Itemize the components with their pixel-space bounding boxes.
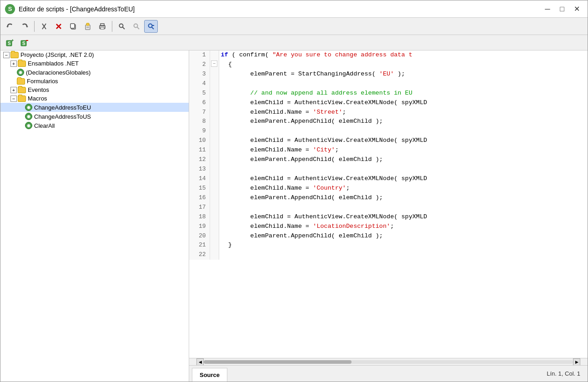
svg-rect-12: [101, 24, 104, 26]
code-line-4: 4: [189, 79, 588, 89]
macro-clearall-icon: ◉: [25, 122, 32, 129]
collapse-btn-2[interactable]: −: [211, 60, 217, 67]
line-num-1: 1: [189, 50, 210, 60]
line-content-20: elemParent.AppendChild( elemChild );: [219, 231, 588, 241]
line-content-8: elemParent.AppendChild( elemChild );: [219, 117, 588, 126]
toolbar-sep-1: [34, 21, 35, 32]
cut-button[interactable]: [37, 20, 51, 33]
horizontal-scrollbar[interactable]: ◀ ▶: [189, 358, 588, 365]
tree-item-changeaddresstous[interactable]: ◉ ChangeAddressToUS: [0, 112, 189, 121]
line-num-6: 6: [189, 98, 210, 108]
line-num-7: 7: [189, 108, 210, 117]
folder-macros-icon: [18, 96, 26, 102]
tree-toggle-project[interactable]: −: [3, 52, 10, 58]
main-area: − Proyecto (JScript, .NET 2.0) + Ensambl…: [0, 50, 588, 382]
scroll-right-arrow[interactable]: ▶: [573, 358, 580, 366]
status-bar: Lín. 1, Col. 1: [539, 366, 588, 382]
tree-item-clearall[interactable]: ◉ ClearAll: [0, 121, 189, 130]
scroll-left-arrow[interactable]: ◀: [196, 358, 204, 366]
line-content-13: [219, 165, 588, 174]
folder-project-icon: [10, 52, 19, 58]
folder-formularios-icon: [17, 78, 25, 85]
redo-button[interactable]: [18, 20, 31, 33]
find-next-button[interactable]: [144, 20, 158, 33]
tree-label-changeaddresstoeu: ChangeAddressToEU: [34, 104, 91, 111]
tree-toggle-macros[interactable]: −: [10, 96, 17, 102]
scrollbar-track[interactable]: [204, 360, 573, 364]
gutter-13: [210, 165, 219, 174]
code-table: 1 if ( confirm( "Are you sure to change …: [189, 50, 588, 260]
undo-button[interactable]: [3, 20, 17, 33]
line-content-5: // and now append all address elements i…: [219, 89, 588, 98]
line-num-9: 9: [189, 126, 210, 136]
svg-rect-5: [70, 24, 75, 28]
code-line-8: 8 elemParent.AppendChild( elemChild );: [189, 117, 588, 126]
line-content-2: {: [219, 60, 588, 70]
code-line-1: 1 if ( confirm( "Are you sure to change …: [189, 50, 588, 60]
gutter-3: [210, 70, 219, 79]
copy-button[interactable]: [66, 20, 80, 33]
line-content-10: elemChild = AuthenticView.CreateXMLNode(…: [219, 136, 588, 146]
line-content-11: elemChild.Name = 'City';: [219, 146, 588, 155]
code-line-19: 19 elemChild.Name = 'LocationDescription…: [189, 222, 588, 231]
svg-line-16: [137, 27, 140, 29]
tree-item-formularios[interactable]: Formularios: [0, 77, 189, 85]
minimize-button[interactable]: ─: [541, 3, 554, 15]
maximize-button[interactable]: □: [556, 3, 568, 15]
tree-item-declaraciones[interactable]: ◉ (DeclaracionesGlobales): [0, 68, 189, 77]
line-num-18: 18: [189, 212, 210, 222]
gutter-10: [210, 136, 219, 146]
code-line-17: 17: [189, 203, 588, 212]
gutter-5: [210, 89, 219, 98]
gutter-16: [210, 193, 219, 203]
add-script-button[interactable]: S +: [3, 36, 17, 49]
find-prev-button[interactable]: [130, 20, 143, 33]
gutter-19: [210, 222, 219, 231]
find-button[interactable]: [115, 20, 129, 33]
scrollbar-thumb[interactable]: [204, 360, 352, 364]
toolbar-secondary: S + S: [0, 35, 588, 50]
macro-changeus-icon: ◉: [25, 113, 32, 120]
tree-item-changeaddresstoeu[interactable]: ◉ ChangeAddressToEU: [0, 103, 189, 112]
print-button[interactable]: [95, 20, 109, 33]
code-line-5: 5 // and now append all address elements…: [189, 89, 588, 98]
svg-point-15: [134, 24, 138, 27]
line-content-7: elemChild.Name = 'Street';: [219, 108, 588, 117]
gutter-6: [210, 98, 219, 108]
tree-toggle-eventos[interactable]: +: [10, 87, 17, 93]
svg-rect-11: [101, 27, 104, 29]
code-panel: 1 if ( confirm( "Are you sure to change …: [189, 50, 588, 382]
line-num-17: 17: [189, 203, 210, 212]
tree-item-ensamblados[interactable]: + Ensamblados .NET: [0, 59, 189, 68]
line-num-16: 16: [189, 193, 210, 203]
tree-label-eventos: Eventos: [28, 86, 49, 93]
toolbar-main: [0, 18, 588, 35]
code-line-9: 9: [189, 126, 588, 136]
code-line-10: 10 elemChild = AuthenticView.CreateXMLNo…: [189, 136, 588, 146]
gutter-7: [210, 108, 219, 117]
gutter-20: [210, 231, 219, 241]
tree-label-project: Proyecto (JScript, .NET 2.0): [20, 51, 94, 58]
line-content-15: elemChild.Name = 'Country';: [219, 184, 588, 193]
window-title: Editor de scripts - [ChangeAddressToEU]: [19, 5, 135, 13]
tree-toggle-ensamblados[interactable]: +: [10, 60, 17, 67]
code-editor[interactable]: 1 if ( confirm( "Are you sure to change …: [189, 50, 588, 358]
code-line-12: 12 elemParent.AppendChild( elemChild );: [189, 155, 588, 165]
paste-button[interactable]: [81, 20, 95, 33]
source-tab[interactable]: Source: [192, 368, 227, 382]
gutter-2: −: [210, 60, 219, 70]
svg-text:+: +: [11, 38, 14, 43]
tree-item-eventos[interactable]: + Eventos: [0, 85, 189, 94]
line-content-18: elemChild = AuthenticView.CreateXMLNode(…: [219, 212, 588, 222]
line-num-4: 4: [189, 79, 210, 89]
gutter-9: [210, 126, 219, 136]
close-button[interactable]: ✕: [570, 3, 583, 15]
remove-script-button[interactable]: S: [18, 36, 31, 49]
delete-button[interactable]: [52, 20, 65, 33]
line-content-21: }: [219, 241, 588, 250]
tree-item-macros[interactable]: − Macros: [0, 94, 189, 103]
macro-changeeu-icon: ◉: [25, 104, 32, 111]
line-num-15: 15: [189, 184, 210, 193]
tree-item-project[interactable]: − Proyecto (JScript, .NET 2.0): [0, 50, 189, 59]
title-bar: S Editor de scripts - [ChangeAddressToEU…: [0, 0, 588, 18]
